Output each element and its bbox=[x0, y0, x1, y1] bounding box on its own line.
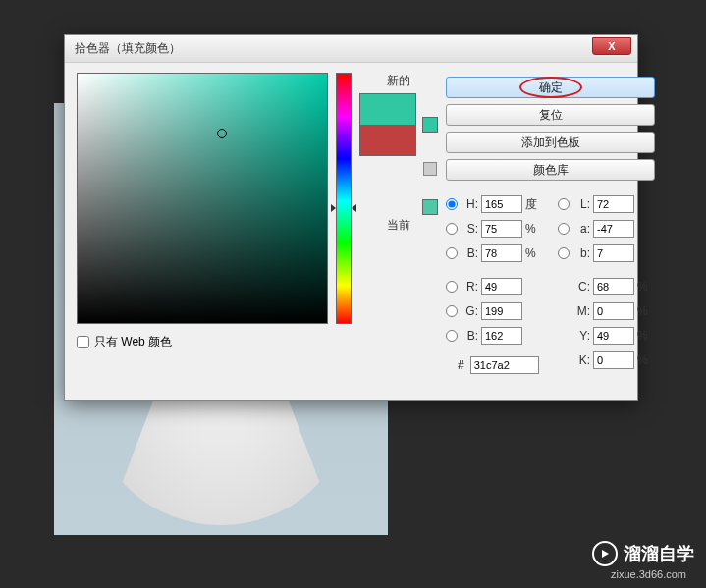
field-lab-b: b: bbox=[558, 243, 655, 263]
field-r: R: bbox=[446, 277, 543, 296]
field-m: M: % bbox=[558, 301, 655, 321]
play-icon bbox=[592, 541, 618, 566]
hsb-rgb-col: H: 度 S: % B: % bbox=[446, 194, 543, 374]
field-s: S: % bbox=[446, 219, 543, 239]
radio-lab-b[interactable] bbox=[558, 247, 570, 259]
watermark-brand: 溜溜自学 bbox=[624, 542, 694, 565]
field-b: B: % bbox=[446, 243, 543, 263]
field-k: K: % bbox=[558, 350, 655, 370]
field-g: G: bbox=[446, 301, 543, 321]
color-library-button[interactable]: 颜色库 bbox=[446, 159, 655, 181]
radio-s[interactable] bbox=[446, 223, 458, 235]
right-column: 确定 复位 添加到色板 颜色库 H: 度 S: bbox=[446, 73, 655, 374]
input-bl[interactable] bbox=[481, 327, 522, 345]
input-r[interactable] bbox=[481, 278, 522, 295]
field-c: C: % bbox=[558, 277, 655, 296]
mini-swatch-new[interactable] bbox=[422, 117, 438, 133]
input-k[interactable] bbox=[593, 351, 634, 369]
add-swatch-button[interactable]: 添加到色板 bbox=[446, 132, 655, 153]
left-column: 新的 当前 bbox=[77, 73, 438, 374]
titlebar[interactable]: 拾色器（填充颜色） X bbox=[65, 35, 637, 63]
radio-g[interactable] bbox=[446, 305, 458, 317]
input-b[interactable] bbox=[481, 244, 522, 262]
input-lab-b[interactable] bbox=[593, 244, 634, 262]
input-y[interactable] bbox=[593, 327, 634, 345]
input-h[interactable] bbox=[481, 195, 522, 213]
lab-cmyk-col: L: a: b: bbox=[558, 194, 655, 374]
field-a: a: bbox=[558, 219, 655, 239]
field-l: L: bbox=[558, 194, 655, 214]
color-field[interactable] bbox=[77, 73, 328, 324]
fields-area: H: 度 S: % B: % bbox=[446, 194, 655, 374]
color-picker-dialog: 拾色器（填充颜色） X 新的 bbox=[64, 34, 638, 401]
radio-bl[interactable] bbox=[446, 330, 458, 342]
hue-arrow-left bbox=[331, 204, 336, 212]
hex-symbol: # bbox=[458, 358, 464, 372]
input-s[interactable] bbox=[481, 220, 522, 238]
hex-input[interactable] bbox=[470, 356, 539, 374]
hue-slider[interactable] bbox=[336, 73, 352, 324]
web-only-label: 只有 Web 颜色 bbox=[94, 334, 172, 350]
hex-row: # bbox=[458, 356, 543, 374]
input-a[interactable] bbox=[593, 220, 634, 238]
radio-r[interactable] bbox=[446, 281, 458, 293]
radio-l[interactable] bbox=[558, 198, 570, 210]
input-c[interactable] bbox=[593, 278, 634, 295]
input-m[interactable] bbox=[593, 302, 634, 320]
swatch-new[interactable] bbox=[360, 94, 415, 125]
web-only-row: 只有 Web 颜色 bbox=[77, 334, 438, 350]
swatch-column: 新的 当前 bbox=[359, 73, 438, 324]
input-l[interactable] bbox=[593, 195, 634, 213]
watermark: 溜溜自学 bbox=[592, 541, 694, 566]
mini-swatch-alt[interactable] bbox=[422, 199, 438, 215]
hue-arrow-right bbox=[352, 204, 356, 212]
close-button[interactable]: X bbox=[592, 37, 631, 55]
radio-a[interactable] bbox=[558, 223, 570, 235]
new-label: 新的 bbox=[387, 73, 410, 89]
swatch-compare bbox=[359, 93, 416, 156]
field-bl: B: bbox=[446, 326, 543, 346]
current-label: 当前 bbox=[387, 217, 410, 234]
watermark-url: zixue.3d66.com bbox=[611, 568, 686, 580]
ok-button[interactable]: 确定 bbox=[446, 77, 655, 98]
swatch-current[interactable] bbox=[360, 125, 415, 155]
cube-icon[interactable] bbox=[423, 162, 437, 176]
web-only-checkbox[interactable] bbox=[77, 336, 89, 348]
field-h: H: 度 bbox=[446, 194, 543, 214]
radio-h[interactable] bbox=[446, 198, 458, 210]
close-icon: X bbox=[608, 40, 615, 52]
svg-marker-0 bbox=[602, 550, 609, 558]
dialog-title: 拾色器（填充颜色） bbox=[75, 40, 181, 57]
input-g[interactable] bbox=[481, 302, 522, 320]
radio-b[interactable] bbox=[446, 247, 458, 259]
reset-button[interactable]: 复位 bbox=[446, 104, 655, 126]
color-cursor[interactable] bbox=[217, 129, 227, 138]
field-y: Y: % bbox=[558, 326, 655, 346]
dialog-body: 新的 当前 bbox=[65, 63, 637, 384]
